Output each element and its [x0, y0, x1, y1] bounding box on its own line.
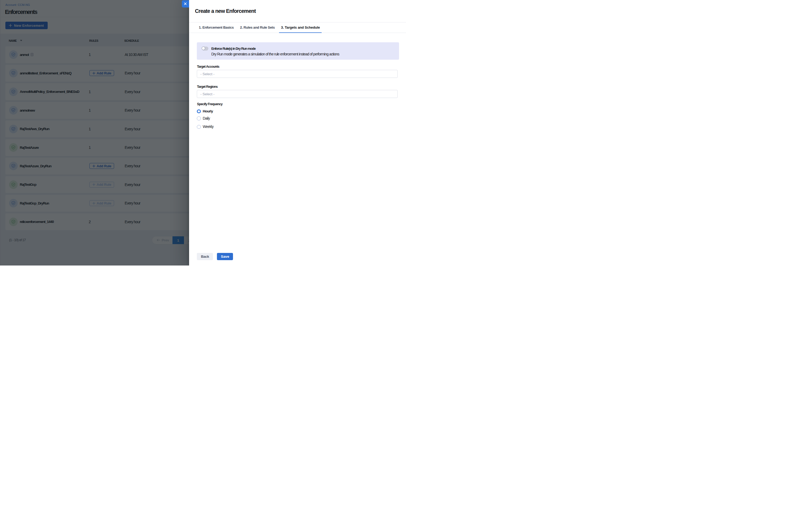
radio-label-daily: Daily [203, 116, 210, 120]
target-accounts-label: Target Accounts [197, 65, 219, 69]
create-enforcement-drawer: Create a new Enforcement 1. Enforcement … [189, 0, 406, 265]
target-regions-placeholder: - Select - [200, 92, 215, 96]
radio-unselected-icon [197, 125, 201, 129]
target-regions-label: Target Regions [197, 85, 218, 89]
dry-run-toggle[interactable] [202, 47, 208, 50]
target-accounts-placeholder: - Select - [200, 72, 215, 76]
dry-run-title: Enforce Rule(s) in Dry Run mode [211, 47, 256, 50]
tab-targets-and-schedule[interactable]: 3. Targets and Schedule [279, 23, 322, 33]
dry-run-panel: Enforce Rule(s) in Dry Run mode Dry Run … [197, 42, 399, 60]
tab-enforcement-basics[interactable]: 1. Enforcement Basics [197, 23, 236, 33]
toggle-knob [202, 47, 205, 50]
specify-frequency-label: Specify Frequency [197, 102, 222, 106]
close-icon [184, 2, 187, 5]
frequency-option-daily[interactable]: Daily [197, 116, 210, 120]
drawer-tabs: 1. Enforcement Basics 2. Rules and Rule … [189, 22, 406, 33]
close-drawer-button[interactable] [182, 0, 189, 8]
frequency-option-hourly[interactable]: Hourly [197, 109, 213, 113]
frequency-option-weekly[interactable]: Weekly [197, 125, 214, 129]
back-button[interactable]: Back [197, 253, 213, 261]
tab-rules-and-rule-sets[interactable]: 2. Rules and Rule Sets [238, 23, 277, 33]
dry-run-description: Dry Run mode generates a simulation of t… [211, 52, 339, 56]
target-accounts-select[interactable]: - Select - [197, 70, 398, 78]
drawer-footer: Back Save [197, 253, 233, 261]
radio-label-weekly: Weekly [203, 125, 214, 129]
save-button[interactable]: Save [217, 253, 233, 261]
drawer-title: Create a new Enforcement [195, 8, 256, 14]
radio-label-hourly: Hourly [203, 109, 213, 113]
radio-unselected-icon [197, 116, 201, 120]
target-regions-select[interactable]: - Select - [197, 90, 398, 98]
radio-selected-icon [197, 109, 201, 114]
